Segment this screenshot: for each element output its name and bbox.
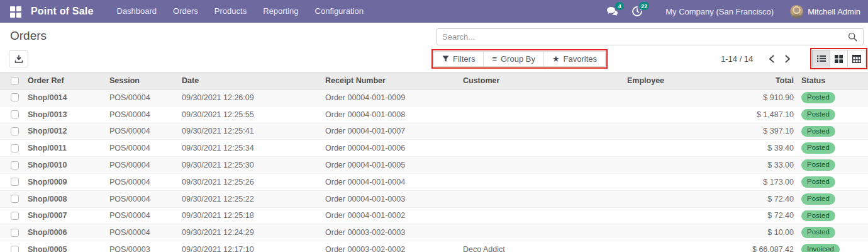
table-row[interactable]: Shop/0012 POS/00004 09/30/2021 12:25:41 … — [0, 123, 868, 140]
user-name: Mitchell Admin — [808, 7, 860, 16]
app-title[interactable]: Point of Sale — [31, 6, 94, 17]
page-title: Orders — [10, 29, 47, 43]
group-by-button[interactable]: ≡ Group By — [483, 51, 544, 67]
search-icon[interactable] — [848, 32, 857, 42]
cell-total: $ 173.00 — [697, 173, 799, 190]
user-menu[interactable]: Mitchell Admin — [790, 5, 860, 18]
row-checkbox[interactable] — [11, 212, 19, 220]
filter-toolbar: Filters ≡ Group By ★ Favorites — [433, 51, 606, 67]
row-checkbox[interactable] — [11, 229, 19, 237]
table-row[interactable]: Shop/0010 POS/00004 09/30/2021 12:25:30 … — [0, 157, 868, 174]
cell-order-ref: Shop/0014 — [25, 89, 107, 106]
header-status[interactable]: Status — [799, 72, 868, 89]
header-session[interactable]: Session — [107, 72, 179, 89]
cell-order-ref: Shop/0009 — [25, 173, 107, 190]
cell-employee — [625, 123, 697, 140]
table-row[interactable]: Shop/0005 POS/00003 09/30/2021 12:17:10 … — [0, 241, 868, 252]
cell-order-ref: Shop/0012 — [25, 123, 107, 140]
status-badge: Invoiced — [801, 244, 840, 252]
cell-order-ref: Shop/0006 — [25, 224, 107, 241]
row-checkbox[interactable] — [11, 246, 19, 252]
table-row[interactable]: Shop/0013 POS/00004 09/30/2021 12:25:55 … — [0, 106, 868, 123]
row-checkbox[interactable] — [11, 178, 19, 186]
activities-button[interactable]: 22 — [629, 3, 645, 20]
cell-total: $ 1,487.10 — [697, 106, 799, 123]
cell-date: 09/30/2021 12:25:41 — [179, 123, 323, 140]
header-date[interactable]: Date — [179, 72, 323, 89]
pager-previous-button[interactable] — [763, 52, 779, 66]
export-button[interactable] — [9, 50, 28, 67]
cell-total: $ 910.90 — [697, 89, 799, 106]
favorites-button[interactable]: ★ Favorites — [543, 51, 606, 67]
nav-products[interactable]: Products — [206, 0, 255, 23]
nav-dashboard[interactable]: Dashboard — [109, 0, 165, 23]
cell-status: Posted — [799, 190, 868, 207]
nav-reporting[interactable]: Reporting — [255, 0, 306, 23]
select-all-header[interactable] — [0, 72, 25, 89]
cell-customer — [460, 140, 625, 157]
cell-receipt-number: Order 00004-001-0007 — [323, 123, 460, 140]
cell-status: Posted — [799, 140, 868, 157]
cell-order-ref: Shop/0013 — [25, 106, 107, 123]
header-customer[interactable]: Customer — [460, 72, 625, 89]
company-switcher[interactable]: My Company (San Francisco) — [665, 7, 774, 16]
user-avatar — [790, 5, 803, 18]
pivot-view-button[interactable] — [847, 50, 865, 67]
kanban-view-button[interactable] — [830, 50, 848, 67]
cell-date: 09/30/2021 12:24:29 — [179, 224, 323, 241]
pager-next-button[interactable] — [779, 52, 796, 66]
filters-button[interactable]: Filters — [433, 51, 484, 67]
status-badge: Posted — [801, 210, 835, 222]
row-select-cell — [0, 123, 25, 140]
cell-total: $ 39.40 — [697, 140, 799, 157]
cell-total: $ 33.00 — [697, 157, 799, 174]
select-all-checkbox[interactable] — [11, 77, 19, 85]
status-badge: Posted — [801, 227, 835, 238]
cell-customer — [460, 106, 625, 123]
pager-range: 1-14 / 14 — [721, 54, 753, 64]
cell-total: $ 72.40 — [697, 190, 799, 207]
cell-employee — [625, 89, 697, 106]
row-checkbox[interactable] — [11, 161, 19, 169]
filters-label: Filters — [453, 54, 475, 64]
row-checkbox[interactable] — [11, 127, 19, 135]
status-badge: Posted — [801, 142, 835, 154]
row-select-cell — [0, 89, 25, 106]
row-checkbox[interactable] — [11, 195, 19, 203]
table-row[interactable]: Shop/0006 POS/00004 09/30/2021 12:24:29 … — [0, 224, 868, 241]
orders-table: Order Ref Session Date Receipt Number Cu… — [0, 72, 868, 252]
list-view-button[interactable] — [812, 50, 830, 67]
orders-table-body: Shop/0014 POS/00004 09/30/2021 12:26:09 … — [0, 89, 868, 252]
row-checkbox[interactable] — [11, 144, 19, 152]
header-receipt-number[interactable]: Receipt Number — [323, 72, 460, 89]
cell-order-ref: Shop/0007 — [25, 207, 107, 224]
nav-configuration[interactable]: Configuration — [307, 0, 372, 23]
search-input[interactable] — [437, 32, 848, 42]
cell-date: 09/30/2021 12:25:55 — [179, 106, 323, 123]
topbar: Point of Sale Dashboard Orders Products … — [0, 0, 868, 23]
row-select-cell — [0, 140, 25, 157]
header-employee[interactable]: Employee — [625, 72, 697, 89]
status-badge: Posted — [801, 109, 835, 120]
table-row[interactable]: Shop/0007 POS/00004 09/30/2021 12:25:18 … — [0, 207, 868, 224]
cell-status: Posted — [799, 89, 868, 106]
row-checkbox[interactable] — [11, 93, 19, 101]
cell-date: 09/30/2021 12:25:26 — [179, 173, 323, 190]
apps-menu-icon[interactable] — [10, 6, 21, 17]
table-row[interactable]: Shop/0014 POS/00004 09/30/2021 12:26:09 … — [0, 89, 868, 106]
row-select-cell — [0, 190, 25, 207]
cell-date: 09/30/2021 12:25:22 — [179, 190, 323, 207]
row-select-cell — [0, 173, 25, 190]
table-row[interactable]: Shop/0008 POS/00004 09/30/2021 12:25:22 … — [0, 190, 868, 207]
cell-status: Posted — [799, 106, 868, 123]
header-order-ref[interactable]: Order Ref — [25, 72, 107, 89]
view-switcher-annotation-box — [810, 48, 867, 69]
cell-session: POS/00004 — [107, 224, 179, 241]
table-row[interactable]: Shop/0009 POS/00004 09/30/2021 12:25:26 … — [0, 173, 868, 190]
messages-button[interactable]: 4 — [604, 3, 620, 20]
cell-employee — [625, 190, 697, 207]
header-total[interactable]: Total — [697, 72, 799, 89]
table-row[interactable]: Shop/0011 POS/00004 09/30/2021 12:25:34 … — [0, 140, 868, 157]
nav-orders[interactable]: Orders — [165, 0, 206, 23]
row-checkbox[interactable] — [11, 110, 19, 118]
